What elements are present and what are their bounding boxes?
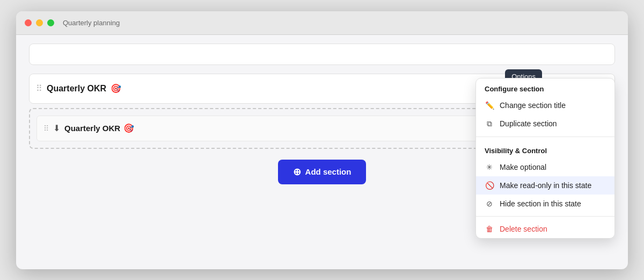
close-button[interactable] [25, 19, 32, 26]
menu-item-delete-section[interactable]: 🗑 Delete section [476, 220, 614, 238]
configure-section-header: Configure section [476, 78, 614, 96]
visibility-section-header: Visibility & Control [476, 140, 614, 158]
inner-section-icon: ⬇ [53, 123, 60, 133]
menu-item-duplicate[interactable]: ⧉ Duplicate section [476, 114, 614, 133]
inner-section-title: Quarterly OKR 🎯 [64, 123, 134, 133]
copy-icon: ⧉ [485, 119, 494, 128]
maximize-button[interactable] [47, 19, 54, 26]
traffic-lights [25, 19, 54, 26]
add-section-button[interactable]: ⊕ Add section [278, 160, 367, 184]
menu-item-make-readonly[interactable]: 🚫 Make read-only in this state [476, 176, 614, 195]
pencil-icon: ✏️ [485, 101, 494, 110]
titlebar: Quarterly planning [16, 11, 628, 35]
asterisk-icon: ✳ [485, 163, 494, 171]
content-area: ⠿ Quarterly OKR 🎯 ⇅ ··· ⠿ ⬇ Quarterly OK… [16, 35, 628, 193]
search-bar[interactable] [29, 44, 615, 65]
no-entry-icon: 🚫 [485, 181, 494, 190]
drag-handle-icon[interactable]: ⠿ [36, 83, 42, 94]
menu-divider-2 [476, 216, 614, 217]
window-title: Quarterly planning [63, 19, 120, 27]
plus-circle-icon: ⊕ [293, 166, 301, 178]
dropdown-menu: Configure section ✏️ Change section titl… [475, 78, 615, 239]
strikethrough-icon: ⊘ [485, 199, 494, 208]
main-window: Quarterly planning ⠿ Quarterly OKR 🎯 ⇅ ·… [16, 11, 628, 269]
menu-divider-1 [476, 137, 614, 137]
menu-item-make-optional[interactable]: ✳ Make optional [476, 158, 614, 176]
menu-item-change-title[interactable]: ✏️ Change section title [476, 96, 614, 114]
menu-item-hide-section[interactable]: ⊘ Hide section in this state [476, 195, 614, 213]
inner-drag-handle-icon[interactable]: ⠿ [43, 124, 49, 133]
target-emoji-main: 🎯 [111, 83, 121, 94]
section-title-main: Quarterly OKR 🎯 [47, 83, 121, 94]
target-emoji-inner: 🎯 [123, 123, 134, 133]
trash-icon: 🗑 [485, 225, 494, 233]
minimize-button[interactable] [36, 19, 43, 26]
